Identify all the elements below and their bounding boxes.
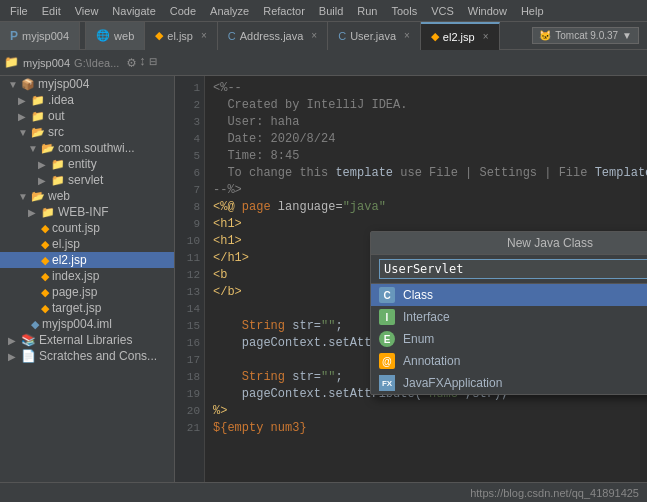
sidebar-item-count-jsp[interactable]: ◆ count.jsp <box>0 220 174 236</box>
web-label: web <box>114 30 134 42</box>
toolbar-row: P myjsp004 🌐 web ◆ el.jsp × C Address.ja… <box>0 22 647 50</box>
sidebar-item-index-jsp[interactable]: ◆ index.jsp <box>0 268 174 284</box>
sidebar-item-target-jsp[interactable]: ◆ target.jsp <box>0 300 174 316</box>
code-line-3: User: haha <box>213 114 639 131</box>
tab-close-user[interactable]: × <box>404 30 410 41</box>
sidebar-item-out[interactable]: 📁 out <box>0 108 174 124</box>
ln-5: 5 <box>179 148 200 165</box>
main-area: 📦 myjsp004 📁 .idea 📁 out 📂 src 📂 com.sou… <box>0 76 647 482</box>
sidebar-item-entity[interactable]: 📁 entity <box>0 156 174 172</box>
code-editor[interactable]: 1 2 3 4 5 6 7 8 9 10 11 12 13 14 15 16 1… <box>175 76 647 482</box>
popup-item-enum[interactable]: E Enum <box>371 328 647 350</box>
javafx-icon: FX <box>379 375 395 391</box>
sidebar-item-com[interactable]: 📂 com.southwi... <box>0 140 174 156</box>
arrow-scratches <box>8 351 18 362</box>
annotation-icon: @ <box>379 353 395 369</box>
tab-el-jsp[interactable]: ◆ el.jsp × <box>145 22 218 50</box>
sidebar-item-root[interactable]: 📦 myjsp004 <box>0 76 174 92</box>
tab-close-el2jsp[interactable]: × <box>483 31 489 42</box>
sidebar-label-entity: entity <box>68 157 97 171</box>
sidebar-item-webinf[interactable]: 📁 WEB-INF <box>0 204 174 220</box>
project-name-label: myjsp004 <box>23 57 70 69</box>
tomcat-badge[interactable]: 🐱 Tomcat 9.0.37 ▼ <box>532 27 639 44</box>
sidebar-label-com: com.southwi... <box>58 141 135 155</box>
popup-input[interactable] <box>379 259 647 279</box>
scratches-icon: 📄 <box>21 349 36 363</box>
menu-item-build[interactable]: Build <box>313 3 349 19</box>
status-url: https://blog.csdn.net/qq_41891425 <box>470 487 639 499</box>
sidebar-item-web[interactable]: 📂 web <box>0 188 174 204</box>
popup-item-interface-label: Interface <box>403 310 450 324</box>
sidebar-label-extlibs: External Libraries <box>39 333 132 347</box>
ln-9: 9 <box>179 216 200 233</box>
sidebar-item-servlet[interactable]: 📁 servlet <box>0 172 174 188</box>
tab-label-el2jsp: el2.jsp <box>443 31 475 43</box>
tab-close-eljsp[interactable]: × <box>201 30 207 41</box>
sidebar-item-iml[interactable]: ◆ myjsp004.iml <box>0 316 174 332</box>
enum-icon: E <box>379 331 395 347</box>
tab-close-address[interactable]: × <box>311 30 317 41</box>
file-icon-iml: ◆ <box>31 318 39 331</box>
sidebar-item-el-jsp[interactable]: ◆ el.jsp <box>0 236 174 252</box>
sidebar-item-page-jsp[interactable]: ◆ page.jsp <box>0 284 174 300</box>
ln-12: 12 <box>179 267 200 284</box>
menu-item-help[interactable]: Help <box>515 3 550 19</box>
menu-item-run[interactable]: Run <box>351 3 383 19</box>
toolbar-icon-settings[interactable]: ⚙ <box>127 54 135 71</box>
arrow-web <box>18 191 28 202</box>
sidebar-item-idea[interactable]: 📁 .idea <box>0 92 174 108</box>
extlibs-icon: 📚 <box>21 333 36 347</box>
sidebar-root-label: myjsp004 <box>38 77 89 91</box>
toolbar-icon-sync[interactable]: ↕ <box>139 54 147 71</box>
menu-item-vcs[interactable]: VCS <box>425 3 460 19</box>
popup-item-class[interactable]: C Class <box>371 284 647 306</box>
popup-item-interface[interactable]: I Interface <box>371 306 647 328</box>
sidebar-label-el2-jsp: el2.jsp <box>52 253 87 267</box>
ln-20: 20 <box>179 403 200 420</box>
menu-item-file[interactable]: File <box>4 3 34 19</box>
tab-user-java[interactable]: C User.java × <box>328 22 421 50</box>
sidebar-item-scratches[interactable]: 📄 Scratches and Cons... <box>0 348 174 364</box>
folder-icon-entity: 📁 <box>51 158 65 171</box>
menu-item-code[interactable]: Code <box>164 3 202 19</box>
menu-item-edit[interactable]: Edit <box>36 3 67 19</box>
popup-item-enum-label: Enum <box>403 332 434 346</box>
sidebar-label-scratches: Scratches and Cons... <box>39 349 157 363</box>
class-icon: C <box>379 287 395 303</box>
project-tab[interactable]: P myjsp004 <box>0 22 80 50</box>
popup-item-javafx[interactable]: FX JavaFXApplication <box>371 372 647 394</box>
menu-item-navigate[interactable]: Navigate <box>106 3 161 19</box>
menu-item-view[interactable]: View <box>69 3 105 19</box>
sidebar-item-extlibs[interactable]: 📚 External Libraries <box>0 332 174 348</box>
ln-11: 11 <box>179 250 200 267</box>
interface-icon: I <box>379 309 395 325</box>
ln-13: 13 <box>179 284 200 301</box>
tab-el2-jsp[interactable]: ◆ el2.jsp × <box>421 22 500 50</box>
ln-2: 2 <box>179 97 200 114</box>
arrow-webinf <box>28 207 38 218</box>
ln-7: 7 <box>179 182 200 199</box>
web-icon: 🌐 <box>96 29 110 42</box>
file-icon-el2-jsp: ◆ <box>41 254 49 267</box>
popup-item-annotation[interactable]: @ Annotation <box>371 350 647 372</box>
tab-address-java[interactable]: C Address.java × <box>218 22 328 50</box>
web-tab[interactable]: 🌐 web <box>86 22 145 50</box>
ln-6: 6 <box>179 165 200 182</box>
toolbar-icon-collapse[interactable]: ⊟ <box>150 54 158 71</box>
menu-item-tools[interactable]: Tools <box>385 3 423 19</box>
second-toolbar: 📁 myjsp004 G:\Idea... ⚙ ↕ ⊟ <box>0 50 647 76</box>
popup-input-row <box>371 255 647 284</box>
sidebar-item-src[interactable]: 📂 src <box>0 124 174 140</box>
menu-item-analyze[interactable]: Analyze <box>204 3 255 19</box>
sidebar-label-iml: myjsp004.iml <box>42 317 112 331</box>
sidebar-label-idea: .idea <box>48 93 74 107</box>
menu-item-window[interactable]: Window <box>462 3 513 19</box>
menu-item-refactor[interactable]: Refactor <box>257 3 311 19</box>
popup-item-class-label: Class <box>403 288 433 302</box>
code-line-5: Time: 8:45 <box>213 148 639 165</box>
status-bar: https://blog.csdn.net/qq_41891425 <box>0 482 647 502</box>
code-line-7: --%> <box>213 182 639 199</box>
code-line-2: Created by IntelliJ IDEA. <box>213 97 639 114</box>
sidebar-item-el2-jsp[interactable]: ◆ el2.jsp <box>0 252 174 268</box>
folder-icon-src: 📂 <box>31 126 45 139</box>
